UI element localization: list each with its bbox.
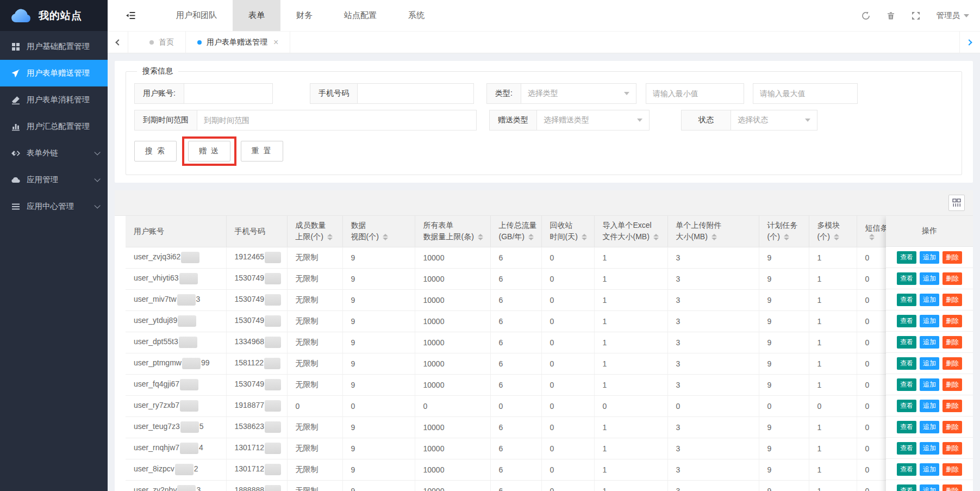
append-button[interactable]: 追加 bbox=[920, 272, 939, 285]
column-header[interactable]: 单个上传附件大小(MB) bbox=[667, 216, 759, 247]
sidebar-item[interactable]: 用户表单赠送管理 bbox=[0, 60, 108, 86]
tabs-scroll-left-icon[interactable] bbox=[108, 32, 128, 53]
column-header[interactable]: 所有表单数据量上限(条) bbox=[415, 216, 490, 247]
value-cell: 3 bbox=[667, 289, 759, 310]
sidebar-item[interactable]: 用户汇总配置管理 bbox=[0, 113, 108, 140]
sort-icon[interactable] bbox=[528, 234, 534, 240]
gift-button[interactable]: 赠 送 bbox=[188, 141, 230, 161]
delete-button[interactable]: 删除 bbox=[942, 400, 962, 412]
column-header[interactable]: 成员数量上限(个) bbox=[287, 216, 342, 247]
tabs-scroll-right-icon[interactable] bbox=[959, 32, 980, 53]
grid-icon bbox=[11, 42, 20, 51]
account-cell: user_ry7zxb7 bbox=[126, 395, 226, 417]
sidebar-item[interactable]: 用户表单消耗管理 bbox=[0, 86, 108, 113]
append-button[interactable]: 追加 bbox=[920, 336, 939, 349]
column-header[interactable]: 计划任务(个) bbox=[759, 216, 809, 247]
view-button[interactable]: 查看 bbox=[897, 272, 916, 285]
tab-label: 首页 bbox=[159, 38, 174, 47]
value-cell: 6 bbox=[490, 459, 541, 480]
append-button[interactable]: 追加 bbox=[920, 315, 939, 327]
column-settings-button[interactable] bbox=[948, 195, 965, 211]
view-button[interactable]: 查看 bbox=[897, 463, 916, 476]
view-button[interactable]: 查看 bbox=[897, 400, 916, 412]
sort-icon[interactable] bbox=[711, 234, 717, 240]
append-button[interactable]: 追加 bbox=[920, 400, 939, 412]
fullscreen-icon[interactable] bbox=[912, 11, 920, 20]
trash-icon[interactable] bbox=[887, 11, 895, 20]
delete-button[interactable]: 删除 bbox=[942, 484, 962, 491]
delete-button[interactable]: 删除 bbox=[942, 357, 962, 370]
delete-button[interactable]: 删除 bbox=[942, 378, 962, 391]
view-button[interactable]: 查看 bbox=[897, 336, 916, 349]
nav-tab[interactable]: 系统 bbox=[392, 0, 440, 31]
value-cell: 0 bbox=[541, 395, 594, 417]
close-icon[interactable]: × bbox=[273, 38, 278, 47]
delete-button[interactable]: 删除 bbox=[942, 272, 962, 285]
gift-type-select[interactable]: 选择赠送类型 bbox=[536, 110, 650, 130]
view-button[interactable]: 查看 bbox=[897, 315, 916, 327]
value-cell: 1 bbox=[809, 332, 857, 353]
column-header[interactable]: 多模块(个) bbox=[809, 216, 857, 247]
sidebar-item[interactable]: 用户基础配置管理 bbox=[0, 33, 108, 60]
sort-icon[interactable] bbox=[582, 234, 587, 240]
delete-button[interactable]: 删除 bbox=[942, 251, 962, 264]
date-range-input[interactable] bbox=[197, 110, 477, 130]
nav-tab[interactable]: 用户和团队 bbox=[160, 0, 233, 31]
open-tab[interactable]: 用户表单赠送管理× bbox=[186, 32, 290, 53]
user-menu[interactable]: 管理员 bbox=[937, 10, 970, 21]
account-input[interactable] bbox=[184, 83, 273, 104]
max-value-input[interactable] bbox=[753, 83, 858, 104]
sort-icon[interactable] bbox=[327, 234, 333, 240]
delete-button[interactable]: 删除 bbox=[942, 336, 962, 349]
view-button[interactable]: 查看 bbox=[897, 442, 916, 455]
view-button[interactable]: 查看 bbox=[897, 378, 916, 391]
min-value-input[interactable] bbox=[646, 83, 744, 104]
sidebar-item[interactable]: 应用管理 bbox=[0, 166, 108, 193]
sort-icon[interactable] bbox=[383, 234, 388, 240]
delete-button[interactable]: 删除 bbox=[942, 294, 962, 306]
append-button[interactable]: 追加 bbox=[920, 251, 939, 264]
sidebar-item[interactable]: 表单外链 bbox=[0, 140, 108, 166]
view-button[interactable]: 查看 bbox=[897, 357, 916, 370]
redacted-text bbox=[265, 443, 281, 454]
column-header[interactable]: 上传总流量(GB/年) bbox=[490, 216, 541, 247]
append-button[interactable]: 追加 bbox=[920, 378, 939, 391]
delete-button[interactable]: 删除 bbox=[942, 315, 962, 327]
append-button[interactable]: 追加 bbox=[920, 294, 939, 306]
nav-tab[interactable]: 财务 bbox=[280, 0, 328, 31]
redacted-text bbox=[177, 485, 196, 491]
phone-input[interactable] bbox=[357, 83, 474, 104]
collapse-menu-icon[interactable] bbox=[115, 0, 146, 31]
append-button[interactable]: 追加 bbox=[920, 421, 939, 433]
refresh-icon[interactable] bbox=[862, 11, 870, 20]
sidebar-item[interactable]: 应用中心管理 bbox=[0, 193, 108, 220]
column-header[interactable]: 导入单个Excel文件大小(MB) bbox=[594, 216, 667, 247]
sort-icon[interactable] bbox=[869, 234, 875, 240]
nav-tab[interactable]: 站点配置 bbox=[328, 0, 392, 31]
view-button[interactable]: 查看 bbox=[897, 251, 916, 264]
append-button[interactable]: 追加 bbox=[920, 463, 939, 476]
site-logo[interactable]: 我的站点 bbox=[0, 0, 108, 31]
delete-button[interactable]: 删除 bbox=[942, 421, 962, 433]
nav-tab[interactable]: 表单 bbox=[233, 0, 280, 31]
sort-icon[interactable] bbox=[784, 234, 789, 240]
type-select[interactable]: 选择类型 bbox=[521, 83, 636, 104]
status-select[interactable]: 选择状态 bbox=[731, 110, 817, 130]
append-button[interactable]: 追加 bbox=[920, 442, 939, 455]
append-button[interactable]: 追加 bbox=[920, 357, 939, 370]
column-header[interactable]: 回收站时间(天) bbox=[541, 216, 594, 247]
delete-button[interactable]: 删除 bbox=[942, 463, 962, 476]
sort-icon[interactable] bbox=[478, 234, 483, 240]
search-button[interactable]: 搜 索 bbox=[134, 141, 177, 161]
view-button[interactable]: 查看 bbox=[897, 294, 916, 306]
sort-icon[interactable] bbox=[834, 234, 839, 240]
delete-button[interactable]: 删除 bbox=[942, 442, 962, 455]
view-button[interactable]: 查看 bbox=[897, 484, 916, 491]
sidebar-item-label: 应用中心管理 bbox=[27, 201, 74, 212]
sort-icon[interactable] bbox=[653, 234, 659, 240]
column-header[interactable]: 数据视图(个) bbox=[342, 216, 415, 247]
view-button[interactable]: 查看 bbox=[897, 421, 916, 433]
reset-button[interactable]: 重 置 bbox=[241, 141, 283, 161]
append-button[interactable]: 追加 bbox=[920, 484, 939, 491]
open-tab[interactable]: 首页 bbox=[138, 32, 186, 53]
